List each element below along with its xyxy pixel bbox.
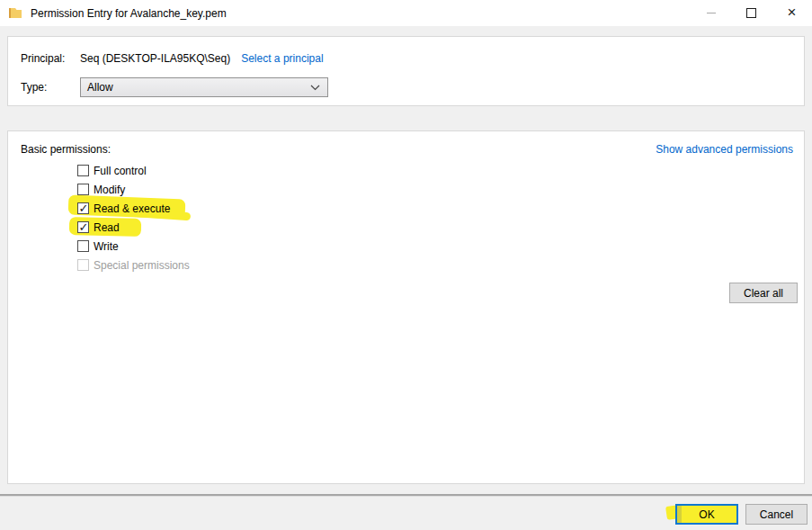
permission-row-special[interactable]: ✓ Special permissions <box>77 256 311 274</box>
type-dropdown-value: Allow <box>87 81 113 94</box>
checkbox-label: Modify <box>94 184 125 196</box>
principal-value: Seq (DESKTOP-ILA95KQ\Seq) <box>80 52 230 65</box>
basic-permissions-label: Basic permissions: <box>21 143 111 156</box>
checkbox[interactable]: ✓ <box>77 165 89 176</box>
permission-entry-dialog: Permission Entry for Avalanche_key.pem ×… <box>0 0 812 530</box>
checkmark-icon: ✓ <box>79 202 89 214</box>
permission-row-read-execute[interactable]: ✓ Read & execute <box>77 199 311 218</box>
minimize-button[interactable] <box>691 0 731 26</box>
type-label: Type: <box>21 81 80 94</box>
principal-panel: Principal: Seq (DESKTOP-ILA95KQ\Seq) Sel… <box>7 36 805 106</box>
maximize-button[interactable] <box>731 0 772 26</box>
chevron-down-icon <box>310 81 320 94</box>
checkbox-label: Write <box>94 240 119 253</box>
clear-all-button[interactable]: Clear all <box>729 283 798 303</box>
permission-row-read[interactable]: ✓ Read <box>77 218 311 237</box>
principal-label: Principal: <box>21 52 80 65</box>
footer-divider <box>0 494 812 496</box>
permission-row-write[interactable]: ✓ Write <box>77 237 311 256</box>
folder-icon <box>9 7 22 19</box>
principal-row: Principal: Seq (DESKTOP-ILA95KQ\Seq) Sel… <box>21 51 324 66</box>
window-controls: × <box>691 0 812 26</box>
checkbox[interactable]: ✓ <box>77 202 89 214</box>
ok-button[interactable]: OK <box>675 504 738 525</box>
checkbox-label: Special permissions <box>94 259 190 272</box>
permissions-panel: Basic permissions: Show advanced permiss… <box>7 130 805 484</box>
checkbox-label: Full control <box>94 165 147 177</box>
type-dropdown[interactable]: Allow <box>80 77 328 97</box>
title-bar: Permission Entry for Avalanche_key.pem × <box>0 0 812 26</box>
window-title: Permission Entry for Avalanche_key.pem <box>31 7 227 20</box>
checkbox-label: Read & execute <box>94 202 170 215</box>
checkbox-label: Read <box>94 221 120 234</box>
permission-row-full-control[interactable]: ✓ Full control <box>77 161 311 180</box>
cancel-button[interactable]: Cancel <box>745 504 808 525</box>
show-advanced-permissions-link[interactable]: Show advanced permissions <box>656 143 793 156</box>
checkbox[interactable]: ✓ <box>77 184 89 195</box>
select-principal-link[interactable]: Select a principal <box>241 52 323 65</box>
minimize-icon <box>707 13 716 13</box>
close-icon: × <box>788 4 797 20</box>
checkmark-icon: ✓ <box>79 221 89 233</box>
checkbox[interactable]: ✓ <box>77 259 89 271</box>
checkbox[interactable]: ✓ <box>77 221 89 233</box>
maximize-icon <box>746 8 756 18</box>
type-row: Type: Allow <box>21 77 328 97</box>
permissions-list: ✓ Full control ✓ Modify ✓ Read & execute… <box>77 161 311 274</box>
close-button[interactable]: × <box>772 0 812 26</box>
checkbox[interactable]: ✓ <box>77 240 89 252</box>
